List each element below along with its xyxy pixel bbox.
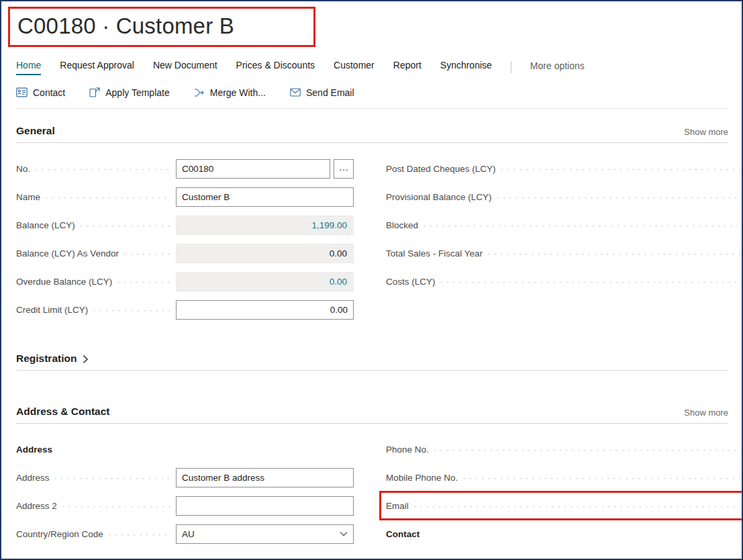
send-email-icon bbox=[290, 88, 301, 97]
action-merge-with[interactable]: Merge With... bbox=[194, 87, 266, 98]
dot-leader bbox=[117, 277, 170, 287]
field-credit-limit-lcy: Credit Limit (LCY) bbox=[16, 300, 354, 320]
field-label: Overdue Balance (LCY) bbox=[16, 277, 112, 287]
dot-leader bbox=[62, 501, 170, 511]
overdue-balance-lcy-value[interactable]: 0.00 bbox=[330, 277, 347, 287]
chevron-down-icon bbox=[340, 531, 348, 536]
field-control bbox=[176, 524, 354, 544]
address-right-column: Phone No.Mobile Phone No.Email Contact bbox=[386, 440, 743, 553]
country-region-code-input[interactable] bbox=[182, 529, 336, 539]
field-provisional-balance-lcy: Provisional Balance (LCY)1,199.00 bbox=[386, 187, 743, 207]
tab-customer[interactable]: Customer bbox=[334, 60, 375, 75]
page-title: C00180 · Customer B bbox=[17, 12, 234, 41]
dot-leader bbox=[35, 164, 170, 174]
apply-template-icon bbox=[89, 87, 100, 97]
field-label: Credit Limit (LCY) bbox=[16, 305, 88, 315]
more-options-button[interactable]: More options bbox=[530, 60, 585, 75]
field-control: … bbox=[176, 159, 354, 179]
dot-leader bbox=[413, 501, 743, 511]
field-label: Email bbox=[386, 501, 409, 511]
tab-request-approval[interactable]: Request Approval bbox=[60, 60, 134, 75]
field-balance-lcy-as-vendor: Balance (LCY) As Vendor0.00 bbox=[16, 244, 354, 263]
section-title-general[interactable]: General bbox=[16, 125, 55, 137]
field-address: Address bbox=[16, 468, 354, 487]
show-more-general[interactable]: Show more bbox=[684, 127, 728, 137]
field-no: No.… bbox=[16, 159, 354, 179]
dot-leader bbox=[487, 248, 743, 259]
section-header-address-contact: Address & Contact Show more bbox=[16, 406, 728, 424]
tab-new-document[interactable]: New Document bbox=[153, 60, 217, 75]
action-apply-template[interactable]: Apply Template bbox=[89, 87, 169, 98]
customer-card-page: C00180 · Customer B HomeRequest Approval… bbox=[1, 1, 742, 553]
field-label: Blocked bbox=[386, 220, 418, 230]
section-header-general: General Show more bbox=[16, 125, 728, 143]
dot-leader bbox=[423, 220, 743, 230]
action-send-email[interactable]: Send Email bbox=[290, 87, 354, 98]
tab-report[interactable]: Report bbox=[393, 60, 422, 75]
group-label-address: Address bbox=[16, 440, 354, 459]
merge-icon bbox=[194, 88, 205, 97]
overdue-balance-lcy-readonly-field: 0.00 bbox=[176, 272, 354, 291]
balance-lcy-as-vendor-value: 0.00 bbox=[330, 248, 347, 259]
ribbon-menu: HomeRequest ApprovalNew DocumentPrices &… bbox=[16, 60, 728, 75]
address-input[interactable] bbox=[176, 468, 354, 487]
show-more-address-contact[interactable]: Show more bbox=[684, 408, 728, 418]
field-label: Address bbox=[16, 473, 50, 483]
section-title-address-contact[interactable]: Address & Contact bbox=[16, 406, 110, 418]
field-email: Email bbox=[386, 496, 743, 516]
field-balance-lcy: Balance (LCY)1,199.00 bbox=[16, 216, 354, 235]
field-label: No. bbox=[16, 164, 30, 174]
tab-synchronise[interactable]: Synchronise bbox=[440, 60, 492, 75]
field-control: 0.00 bbox=[176, 244, 354, 263]
section-title-registration[interactable]: Registration bbox=[16, 353, 89, 365]
action-label: Contact bbox=[33, 87, 65, 98]
field-mobile-phone-no: Mobile Phone No. bbox=[386, 468, 743, 487]
field-control: 1,199.00 bbox=[176, 216, 354, 235]
ribbon-divider bbox=[511, 61, 511, 73]
field-label: Provisional Balance (LCY) bbox=[386, 192, 492, 202]
section-address-contact: Address & Contact Show more Address Addr… bbox=[16, 406, 728, 553]
dot-leader bbox=[497, 192, 743, 202]
field-label: Costs (LCY) bbox=[386, 277, 436, 287]
field-costs-lcy: Costs (LCY)1,500.00 bbox=[386, 272, 743, 291]
field-label: Address 2 bbox=[16, 501, 57, 511]
credit-limit-lcy-input[interactable] bbox=[176, 300, 354, 320]
address-2-input[interactable] bbox=[176, 496, 354, 516]
section-general: General Show more No.…NameBalance (LCY)1… bbox=[16, 125, 728, 328]
action-label: Merge With... bbox=[210, 87, 266, 98]
country-region-code-select[interactable] bbox=[176, 524, 354, 544]
general-left-column: No.…NameBalance (LCY)1,199.00Balance (LC… bbox=[16, 159, 354, 328]
field-control bbox=[176, 496, 354, 516]
action-bar: ContactApply TemplateMerge With...Send E… bbox=[16, 87, 728, 109]
balance-lcy-value[interactable]: 1,199.00 bbox=[311, 220, 347, 230]
field-label: Total Sales - Fiscal Year bbox=[386, 248, 483, 259]
field-label: Phone No. bbox=[386, 445, 429, 455]
ribbon-tabs: HomeRequest ApprovalNew DocumentPrices &… bbox=[16, 60, 492, 75]
action-contact[interactable]: Contact bbox=[16, 87, 65, 98]
field-post-dated-cheques-lcy: Post Dated Cheques (LCY)0.00 bbox=[386, 159, 743, 179]
dot-leader bbox=[462, 473, 743, 483]
field-overdue-balance-lcy: Overdue Balance (LCY)0.00 bbox=[16, 272, 354, 291]
no-input[interactable] bbox=[176, 159, 330, 179]
group-label-contact: Contact bbox=[386, 524, 743, 544]
field-label: Balance (LCY) As Vendor bbox=[16, 248, 119, 259]
dot-leader bbox=[123, 248, 170, 259]
address-right-fields: Phone No.Mobile Phone No.Email bbox=[386, 440, 743, 516]
field-control bbox=[176, 300, 354, 320]
field-label: Post Dated Cheques (LCY) bbox=[386, 164, 496, 174]
field-phone-no: Phone No. bbox=[386, 440, 743, 459]
field-label: Mobile Phone No. bbox=[386, 473, 458, 483]
field-control bbox=[176, 187, 354, 207]
tab-home[interactable]: Home bbox=[16, 60, 41, 75]
tab-prices-discounts[interactable]: Prices & Discounts bbox=[236, 60, 315, 75]
balance-lcy-as-vendor-readonly-field: 0.00 bbox=[176, 244, 354, 263]
field-name: Name bbox=[16, 187, 354, 207]
field-country-region-code: Country/Region Code bbox=[16, 524, 354, 544]
dot-leader bbox=[54, 473, 170, 483]
name-input[interactable] bbox=[176, 187, 354, 207]
assist-edit-button[interactable]: … bbox=[334, 159, 354, 179]
dot-leader bbox=[108, 529, 170, 539]
action-label: Apply Template bbox=[105, 87, 169, 98]
section-title-text: Registration bbox=[16, 353, 77, 365]
address-left-column: Address AddressAddress 2Country/Region C… bbox=[16, 440, 354, 553]
